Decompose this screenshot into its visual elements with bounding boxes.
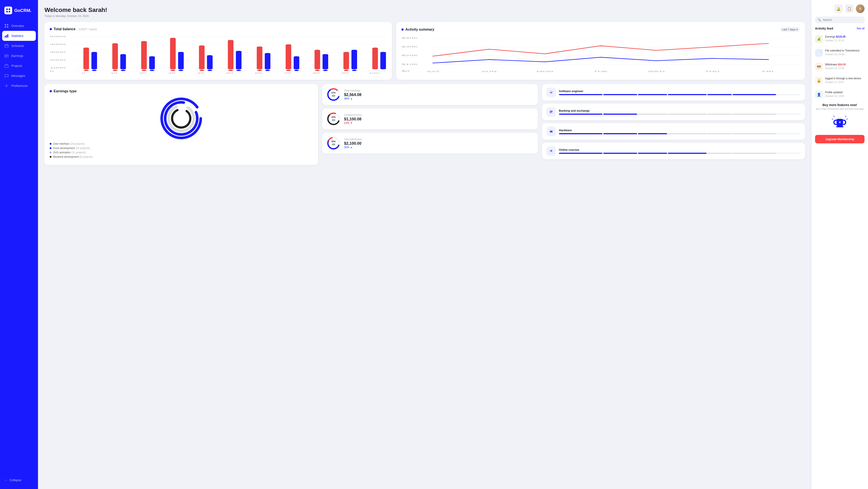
svg-point-102 <box>165 102 197 135</box>
collapse-button[interactable]: ← Collapse <box>0 476 38 485</box>
withdraws-donut: 40% ███ <box>327 136 340 150</box>
svg-point-43 <box>150 70 154 71</box>
sidebar-item-statistics[interactable]: Statistics <box>2 31 36 41</box>
svg-rect-73 <box>380 52 386 69</box>
svg-text:$0: $0 <box>401 70 409 73</box>
sidebar-nav: Overview Statistics <box>0 21 38 476</box>
svg-point-66 <box>315 70 320 71</box>
svg-text:100: 100 <box>369 72 379 74</box>
bell-icon: 🔔 <box>836 7 841 11</box>
schedule-icon <box>4 44 9 48</box>
earnings-type-title: Earnings type <box>54 89 76 93</box>
sidebar-item-messages[interactable]: Messages <box>0 71 38 81</box>
document-button[interactable]: 📋 <box>845 4 854 13</box>
skill-hardware: Hardware <box>542 123 805 140</box>
search-input[interactable] <box>823 18 862 22</box>
svg-point-55 <box>236 70 241 71</box>
login-feed-icon: 🔒 <box>815 77 823 85</box>
logo: GoCRM. <box>0 4 38 21</box>
bar-seg <box>668 114 707 115</box>
upgrade-button[interactable]: Upgrade Membership <box>815 135 865 143</box>
svg-rect-4 <box>5 24 6 25</box>
feed-item-file: 📄 File submitted to Themeforest October … <box>815 48 865 58</box>
file-feed-text: File submitted to Themeforest October 16… <box>825 49 865 56</box>
upgrade-section: Buy more features now! More than 70 feat… <box>815 103 865 143</box>
donut-legend: User interface (24 projects) Front devel… <box>50 142 313 159</box>
crypto-badge: 11% ▼ <box>344 121 533 124</box>
svg-rect-123 <box>550 112 552 113</box>
svg-rect-68 <box>343 52 349 69</box>
withdraws-info: Total withdraws $2,100.00 32% ▲ <box>344 138 533 149</box>
sidebar-item-earnings[interactable]: Earnings <box>0 51 38 61</box>
svg-rect-52 <box>228 40 234 69</box>
svg-text:4000: 4000 <box>50 43 66 46</box>
main-content: Welcome back Sarah! Today is Monday, Oct… <box>38 0 812 489</box>
bar-seg <box>638 153 667 154</box>
svg-point-58 <box>257 70 262 71</box>
svg-point-47 <box>179 70 183 71</box>
hardware-name: Hardware <box>559 128 801 132</box>
svg-point-46 <box>170 70 175 71</box>
see-all-link[interactable]: See all <box>857 27 865 30</box>
legend-item-front: Front development (16 projects) <box>50 147 313 150</box>
banking-info: Banking and exchange <box>559 109 801 115</box>
earnings-icon <box>4 54 9 58</box>
svg-text:0: 0 <box>82 72 85 74</box>
profile-feed-icon: 👤 <box>815 91 823 98</box>
svg-rect-1 <box>9 8 10 10</box>
feed-item-earnings: 💰 Earnings $115.25 October 17, 22:10 <box>815 34 865 44</box>
dot-blue <box>50 28 52 30</box>
svg-point-17 <box>5 56 6 57</box>
svg-rect-61 <box>293 56 299 69</box>
svg-rect-60 <box>286 44 291 69</box>
profile-feed-text: Profile updated October 10, 13:00 <box>825 91 865 97</box>
hardware-icon-box <box>547 127 556 136</box>
total-earnings-card: 47% ███ Total earnings $2,564.08 36% ▲ <box>322 84 537 105</box>
svg-text:$20K: $20K <box>401 54 418 57</box>
svg-text:3000: 3000 <box>50 51 66 53</box>
earnings-type-dot <box>50 90 52 92</box>
svg-text:40%: 40% <box>331 140 336 143</box>
bar-seg <box>707 153 732 154</box>
svg-rect-37 <box>120 54 126 69</box>
legend-label: Front development (16 projects) <box>53 147 90 150</box>
withdraws-value: $2,100.00 <box>344 141 533 146</box>
trophy-wrapper: ★ <box>815 113 865 132</box>
svg-rect-56 <box>257 47 262 69</box>
svg-rect-3 <box>9 11 10 12</box>
bar-chart-svg: 5000 4000 3000 2000 1000 0 <box>50 34 387 74</box>
preferences-icon <box>4 84 9 88</box>
svg-rect-69 <box>351 50 357 69</box>
svg-text:FRI: FRI <box>762 70 774 73</box>
svg-rect-72 <box>372 48 378 69</box>
sidebar-item-overview[interactable]: Overview <box>0 21 38 31</box>
skill-bars-section: Software engineer <box>542 84 805 165</box>
svg-rect-45 <box>178 52 184 69</box>
skill-online-courses: Online courses <box>542 143 805 159</box>
period-dropdown[interactable]: Last 7 days ▾ <box>780 27 800 32</box>
legend-label: Backend development (8 projects) <box>53 155 93 159</box>
sidebar-item-projects[interactable]: Projects <box>0 61 38 71</box>
up-arrow-icon: ▲ <box>350 97 353 100</box>
up-arrow-icon-2: ▲ <box>350 146 353 149</box>
upgrade-title: Buy more features now! <box>815 103 865 107</box>
svg-text:50: 50 <box>226 72 233 74</box>
user-avatar[interactable]: S <box>856 4 865 13</box>
crypto-donut: 43% ███ <box>327 112 340 126</box>
svg-line-134 <box>834 116 834 117</box>
upgrade-desc: More than 70 features with premium packa… <box>815 108 865 110</box>
svg-text:WED: WED <box>648 70 665 73</box>
bar-seg <box>733 153 776 154</box>
svg-rect-7 <box>7 26 8 28</box>
sidebar-item-schedule[interactable]: Schedule <box>0 41 38 51</box>
svg-rect-40 <box>141 41 147 69</box>
svg-rect-131 <box>838 125 842 126</box>
total-earnings-info: Total earnings $2,564.08 36% ▲ <box>344 89 533 100</box>
notification-button[interactable]: 🔔 <box>834 4 843 13</box>
bar-seg <box>559 94 602 95</box>
svg-point-38 <box>113 70 117 71</box>
sidebar-item-preferences[interactable]: Preferences <box>0 81 38 91</box>
total-earnings-label: Total earnings <box>344 89 533 92</box>
svg-text:███: ███ <box>332 143 335 146</box>
crypto-label: Cryptocurrency <box>344 113 533 116</box>
